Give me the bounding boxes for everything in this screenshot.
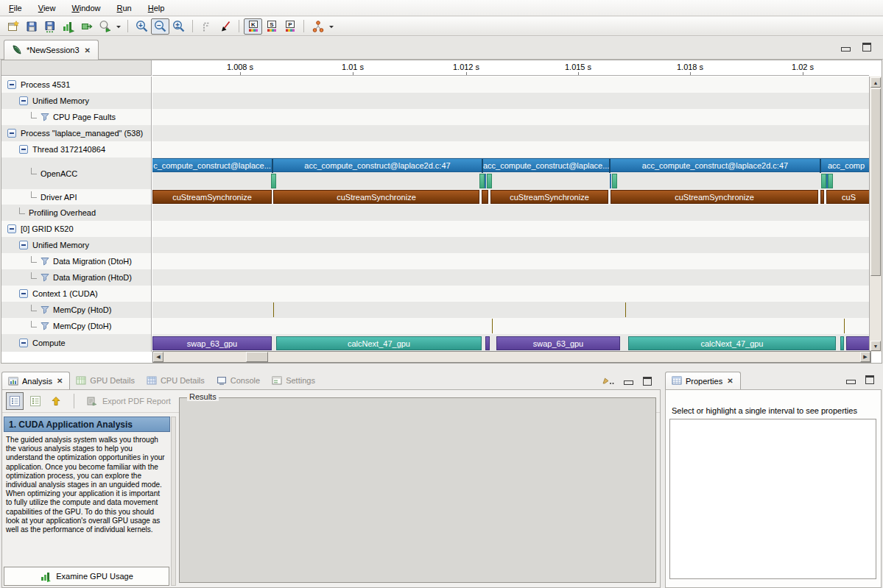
scroll-down-icon[interactable]: ▼ (870, 341, 881, 351)
collapse-minus-icon[interactable] (7, 80, 16, 89)
caret-down-icon[interactable] (327, 18, 336, 35)
driver-api-interval[interactable]: cuS (826, 190, 871, 204)
session-tab[interactable]: *NewSession3 ✕ (4, 40, 99, 60)
openacc-interval[interactable]: acc_compute_construct@laplace2d.c:47 (273, 159, 482, 173)
kernel-interval[interactable]: swap_63_gpu (496, 336, 620, 350)
tree-row[interactable]: Data Migration (DtoH) (1, 253, 152, 269)
driver-api-interval[interactable] (820, 190, 824, 204)
kernel-interval[interactable] (846, 336, 871, 350)
process-colorize-icon[interactable]: P (281, 18, 299, 35)
openacc-wait-marker[interactable] (828, 174, 833, 188)
kernel-interval[interactable] (840, 336, 844, 350)
goto-source-icon[interactable] (197, 18, 216, 35)
hscroll-thumb[interactable] (246, 352, 268, 362)
tree-row[interactable]: Compute (1, 334, 152, 352)
analysis-hierarchy-icon[interactable] (309, 18, 327, 35)
vertical-scrollbar[interactable]: ▲ ▼ (869, 77, 882, 352)
maximize-icon[interactable] (643, 377, 652, 386)
collapse-minus-icon[interactable] (19, 145, 28, 154)
zoom-fit-icon[interactable]: ± (169, 18, 188, 35)
kernel-interval[interactable] (485, 336, 490, 350)
new-session-icon[interactable] (4, 18, 22, 35)
profile-application-icon[interactable] (59, 18, 77, 35)
import-session-icon[interactable] (77, 18, 96, 35)
tree-row[interactable]: Thread 3172140864 (1, 141, 152, 157)
openacc-wait-marker[interactable] (612, 174, 617, 188)
tab-cpu-details[interactable]: CPU Details (141, 372, 211, 389)
openacc-interval[interactable]: acc_compute_construct@laplace2d.c:47 (611, 159, 820, 173)
menu-view[interactable]: View (35, 1, 63, 15)
tree-row[interactable]: MemCpy (HtoD) (1, 302, 152, 318)
tree-row[interactable]: CPU Page Faults (1, 109, 152, 125)
openacc-interval-strip[interactable]: c_compute_construct@laplace...acc_comput… (152, 158, 871, 172)
openacc-interval[interactable]: acc_comp (821, 159, 871, 173)
tree-row[interactable]: Process "laplace_managed" (538) (1, 125, 152, 141)
menu-help[interactable]: Help (145, 1, 172, 15)
tree-row[interactable]: Profiling Overhead (1, 205, 152, 221)
tab-console[interactable]: Console (211, 372, 266, 389)
openacc-interval[interactable]: c_compute_construct@laplace... (152, 159, 272, 173)
zoom-out-icon[interactable]: − (151, 18, 169, 35)
openacc-wait-marker[interactable] (821, 174, 826, 188)
run-analysis-icon[interactable] (96, 18, 114, 35)
collapse-minus-icon[interactable] (7, 224, 16, 233)
examine-gpu-usage-button[interactable]: Examine GPU Usage (4, 567, 169, 586)
analysis-column-scrollbar[interactable] (171, 417, 176, 586)
scroll-up-icon[interactable]: ▲ (870, 77, 881, 88)
collapse-minus-icon[interactable] (19, 339, 28, 347)
kernel-colorize-icon[interactable]: K (244, 18, 262, 35)
maximize-icon[interactable] (865, 375, 874, 384)
kernel-interval[interactable]: calcNext_47_gpu (628, 336, 836, 350)
menu-window[interactable]: Window (68, 1, 108, 15)
tree-row[interactable]: MemCpy (DtoH) (1, 318, 152, 334)
collapse-minus-icon[interactable] (19, 241, 28, 249)
minimize-icon[interactable] (846, 380, 856, 384)
tree-row[interactable]: Context 1 (CUDA) (1, 286, 152, 302)
view-menu-icon[interactable] (601, 375, 614, 386)
openacc-wait-marker[interactable] (479, 174, 485, 188)
caret-down-icon[interactable] (114, 18, 123, 35)
tree-row[interactable]: Driver API (1, 189, 152, 205)
save-icon[interactable] (22, 18, 41, 35)
save-all-icon[interactable] (41, 18, 59, 35)
vscroll-thumb[interactable] (870, 88, 881, 276)
timeline-content[interactable]: c_compute_construct@laplace...acc_comput… (152, 77, 871, 352)
memcpy-dtoh-tick[interactable] (844, 319, 845, 333)
tree-row[interactable]: Data Migration (HtoD) (1, 269, 152, 286)
close-icon[interactable]: ✕ (56, 377, 63, 385)
minimize-icon[interactable] (624, 380, 633, 385)
menu-file[interactable]: File (6, 1, 29, 15)
tab-analysis[interactable]: Analysis✕ (1, 372, 70, 389)
scroll-right-icon[interactable]: ▶ (860, 352, 870, 362)
driver-api-interval[interactable]: cuStreamSynchronize (611, 190, 818, 204)
maximize-icon[interactable] (862, 43, 871, 52)
scroll-left-icon[interactable]: ◀ (153, 352, 163, 362)
driver-api-interval[interactable]: cuStreamSynchronize (152, 190, 272, 204)
zoom-in-icon[interactable]: + (133, 18, 151, 35)
marker-icon[interactable] (216, 18, 234, 35)
driver-api-interval[interactable]: cuStreamSynchronize (273, 190, 479, 204)
horizontal-scrollbar[interactable]: ◀ ▶ (152, 351, 871, 363)
openacc-interval[interactable]: acc_compute_construct@laplace... (483, 159, 609, 173)
back-up-button[interactable] (47, 392, 65, 410)
tree-row[interactable]: OpenACC (1, 157, 152, 189)
tab-properties[interactable]: Properties ✕ (665, 372, 741, 389)
memcpy-htod-tick[interactable] (625, 302, 626, 317)
tree-row[interactable]: Unified Memory (1, 93, 152, 109)
tree-row[interactable]: Process 4531 (1, 77, 152, 93)
openacc-wait-marker[interactable] (271, 174, 276, 188)
menu-run[interactable]: Run (114, 1, 139, 15)
close-icon[interactable]: ✕ (726, 377, 734, 385)
kernel-interval[interactable]: calcNext_47_gpu (276, 336, 482, 350)
unguided-analysis-view-button[interactable] (27, 392, 44, 410)
guided-analysis-view-button[interactable] (6, 392, 24, 410)
openacc-wait-marker[interactable] (487, 174, 492, 188)
driver-api-interval[interactable]: cuStreamSynchronize (490, 190, 608, 204)
kernel-interval[interactable]: swap_63_gpu (152, 336, 272, 350)
memcpy-htod-tick[interactable] (273, 302, 274, 317)
memcpy-dtoh-tick[interactable] (492, 319, 493, 333)
collapse-minus-icon[interactable] (7, 129, 16, 138)
collapse-minus-icon[interactable] (19, 289, 28, 298)
tree-row[interactable]: [0] GRID K520 (1, 221, 152, 237)
stream-colorize-icon[interactable]: S (262, 18, 281, 35)
